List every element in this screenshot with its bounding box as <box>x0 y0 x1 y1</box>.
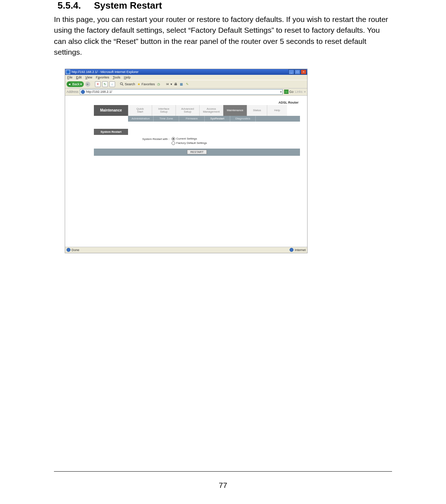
subtab-diagnostics[interactable]: Diagnostics <box>230 116 256 122</box>
menu-tools[interactable]: Tools <box>113 76 120 79</box>
discuss-button[interactable]: ✎ <box>185 82 190 86</box>
star-icon: ★ <box>137 82 141 86</box>
history-icon: ◷ <box>156 82 161 86</box>
tab-access-management[interactable]: Access Management <box>199 105 223 116</box>
subtab-firmware[interactable]: Firmware <box>179 116 205 122</box>
tab-help[interactable]: Help <box>267 105 287 116</box>
home-button[interactable]: ⌂ <box>109 81 115 87</box>
menu-edit[interactable]: Edit <box>76 76 82 79</box>
body-text: In this page, you can restart your route… <box>54 14 392 58</box>
ie-menubar: File Edit View Favorites Tools Help <box>65 75 307 80</box>
ie-window: http://192.168.2.1/ - Microsoft Internet… <box>65 69 308 253</box>
svg-point-0 <box>120 82 123 85</box>
discuss-icon: ✎ <box>185 82 190 86</box>
window-minimize-button[interactable]: _ <box>288 69 294 74</box>
section-heading: 5.5.4. System Restart <box>58 0 392 11</box>
section-number: 5.5.4. <box>58 0 81 11</box>
menu-file[interactable]: File <box>67 76 73 79</box>
subtab-sysrestart[interactable]: SysRestart <box>205 116 230 122</box>
tab-interface-setup[interactable]: Interface Setup <box>152 105 176 116</box>
action-bar: RESTART <box>94 149 300 156</box>
go-button[interactable]: → Go <box>284 90 293 94</box>
svg-line-1 <box>122 85 123 86</box>
links-label[interactable]: Links <box>295 90 302 94</box>
radio-current-settings[interactable]: Current Settings <box>172 137 207 141</box>
ie-addressbar: Address http://192.168.2.1/ ▾ → Go Links… <box>65 88 307 96</box>
back-label: Back <box>72 82 79 86</box>
router-product-label: ADSL Router <box>94 101 300 104</box>
router-subtabrow: Administration Time Zone Firmware SysRes… <box>128 116 300 122</box>
ie-titlebar: http://192.168.2.1/ - Microsoft Internet… <box>65 69 307 75</box>
menu-help[interactable]: Help <box>124 76 131 79</box>
restart-button[interactable]: RESTART <box>187 150 207 154</box>
edit-icon: ▦ <box>179 82 184 86</box>
radio-current-label: Current Settings <box>176 137 197 140</box>
ie-content: ADSL Router Maintenance Quick Start Inte… <box>65 96 307 247</box>
window-close-button[interactable]: × <box>301 69 306 74</box>
links-chevron-icon[interactable]: » <box>304 90 306 94</box>
tab-status[interactable]: Status <box>247 105 267 116</box>
section-label-row: System Restart <box>94 129 300 135</box>
radio-factory-label: Factory Default Settings <box>176 141 207 145</box>
restart-with-label: System Restart with : <box>137 137 169 141</box>
status-left-text: Done <box>72 248 79 252</box>
favorites-button[interactable]: ★ Favorites <box>137 82 155 86</box>
back-dropdown-icon: ▾ <box>80 82 82 86</box>
go-arrow-icon: → <box>284 90 288 94</box>
system-restart-section-label: System Restart <box>94 129 128 135</box>
address-label: Address <box>67 90 78 94</box>
radio-factory-default[interactable]: Factory Default Settings <box>172 141 207 145</box>
address-dropdown-icon[interactable]: ▾ <box>280 90 282 94</box>
router-category-label: Maintenance <box>94 105 128 116</box>
ie-toolbar: ◄ Back ▾ ► ✕ ↻ ⌂ Search ★ Favorites ◷ <box>65 80 307 88</box>
restart-form: System Restart with : Current Settings F… <box>137 137 300 145</box>
back-arrow-icon: ◄ <box>67 82 72 86</box>
menu-view[interactable]: View <box>85 76 92 79</box>
menu-favorites[interactable]: Favorites <box>96 76 109 79</box>
favorites-label: Favorites <box>142 82 155 86</box>
radio-icon <box>172 137 175 141</box>
page-footer-rule <box>54 471 392 472</box>
mail-button[interactable]: ✉▾ <box>165 82 172 86</box>
print-button[interactable]: 🖶 <box>174 82 178 86</box>
section-title: System Restart <box>94 0 162 11</box>
window-maximize-button[interactable]: □ <box>295 69 300 74</box>
edit-button[interactable]: ▦ <box>179 82 184 86</box>
subtab-administration[interactable]: Administration <box>128 116 154 122</box>
history-button[interactable]: ◷ <box>156 82 161 86</box>
address-field[interactable]: http://192.168.2.1/ ▾ <box>80 89 283 95</box>
print-icon: 🖶 <box>174 82 178 86</box>
mail-icon: ✉ <box>165 82 170 86</box>
zone-icon <box>290 248 293 252</box>
tab-maintenance[interactable]: Maintenance <box>223 105 247 116</box>
tab-advanced-setup[interactable]: Advanced Setup <box>176 105 199 116</box>
router-ui: ADSL Router Maintenance Quick Start Inte… <box>94 101 300 156</box>
ie-logo-icon <box>66 70 70 74</box>
forward-button[interactable]: ► <box>85 82 90 87</box>
search-label: Search <box>125 82 135 86</box>
search-icon <box>120 82 124 86</box>
mail-dropdown-icon: ▾ <box>170 82 172 86</box>
refresh-button[interactable]: ↻ <box>102 81 108 87</box>
status-page-icon <box>67 248 70 252</box>
stop-button[interactable]: ✕ <box>95 81 101 87</box>
ie-title-text: http://192.168.2.1/ - Microsoft Internet… <box>72 70 288 74</box>
ie-statusbar: Done Internet <box>65 247 307 253</box>
page-icon <box>81 90 85 94</box>
go-label: Go <box>289 90 293 94</box>
tab-quick-start[interactable]: Quick Start <box>128 105 152 116</box>
subtab-timezone[interactable]: Time Zone <box>154 116 179 122</box>
status-right-text: Internet <box>295 248 306 252</box>
search-button[interactable]: Search <box>120 82 135 86</box>
back-button[interactable]: ◄ Back ▾ <box>67 81 84 87</box>
page-number: 77 <box>0 481 446 490</box>
radio-icon <box>172 141 175 145</box>
router-tabrow: Maintenance Quick Start Interface Setup … <box>94 105 300 116</box>
address-url: http://192.168.2.1/ <box>86 90 279 94</box>
